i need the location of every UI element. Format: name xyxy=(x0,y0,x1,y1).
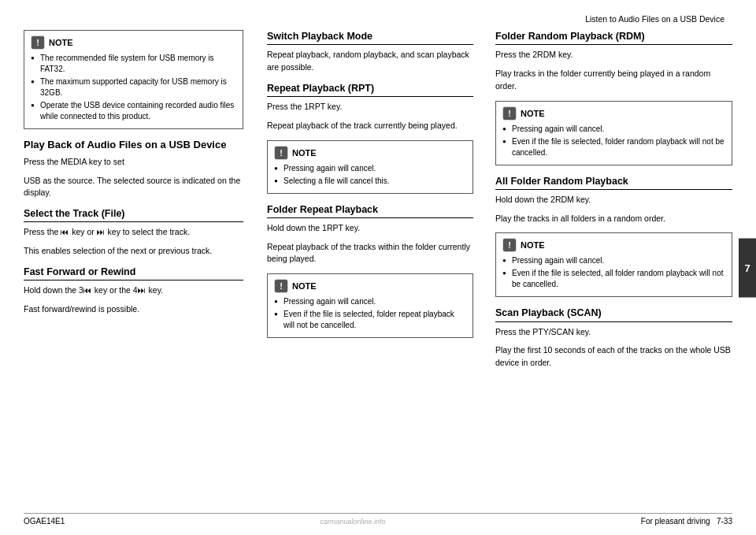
page: Listen to Audio Files on a USB Device ! … xyxy=(0,0,756,535)
note-item: Pressing again will cancel. xyxy=(502,255,725,266)
note-header-right2: ! NOTE xyxy=(502,238,725,252)
footer-watermark: carmanualonline.info xyxy=(321,518,386,526)
note-label-right1: NOTE xyxy=(521,109,545,118)
folder-random-text1: Press the 2RDM key. xyxy=(495,49,732,61)
repeat-playback-heading: Repeat Playback (RPT) xyxy=(267,82,473,97)
select-track-heading: Select the Track (File) xyxy=(24,207,243,222)
note-list-right1: Pressing again will cancel. Even if the … xyxy=(502,124,725,158)
folder-repeat-section: Folder Repeat Playback Hold down the 1RP… xyxy=(267,203,473,266)
note-item: Selecting a file will cancel this. xyxy=(274,176,466,187)
all-folder-random-text2: Play the tracks in all folders in a rand… xyxy=(495,213,732,225)
repeat-playback-text1: Press the 1RPT key. xyxy=(267,101,473,113)
scan-playback-section: Scan Playback (SCAN) Press the PTY/SCAN … xyxy=(495,307,732,370)
note-list-middle1: Pressing again will cancel. Selecting a … xyxy=(274,163,466,187)
note-box-middle1: ! NOTE Pressing again will cancel. Selec… xyxy=(267,140,473,194)
note-icon-left: ! xyxy=(31,35,45,50)
all-folder-random-section: All Folder Random Playback Hold down the… xyxy=(495,175,732,225)
switch-playback-heading: Switch Playback Mode xyxy=(267,30,473,45)
note-icon-right2: ! xyxy=(502,238,517,252)
note-item: Even if the file is selected, all folder… xyxy=(502,268,725,290)
note-box-right1: ! NOTE Pressing again will cancel. Even … xyxy=(495,101,732,165)
svg-text:!: ! xyxy=(508,240,511,250)
chapter-tab: 7 xyxy=(739,238,756,297)
note-label-middle1: NOTE xyxy=(292,148,317,158)
content-area: ! NOTE The recommended file system for U… xyxy=(24,30,732,489)
note-label-right2: NOTE xyxy=(521,240,545,250)
note-list-left: The recommended file system for USB memo… xyxy=(31,53,236,122)
repeat-playback-text2: Repeat playback of the track currently b… xyxy=(267,120,473,132)
svg-text:!: ! xyxy=(280,281,283,291)
folder-random-section: Folder Random Playback (RDM) Press the 2… xyxy=(495,30,732,93)
fast-forward-section: Fast Forward or Rewind Hold down the 3⏮ … xyxy=(24,266,243,316)
note-box-right2: ! NOTE Pressing again will cancel. Even … xyxy=(495,232,732,297)
folder-random-text2: Play tracks in the folder currently bein… xyxy=(495,68,732,93)
note-list-right2: Pressing again will cancel. Even if the … xyxy=(502,255,725,290)
scan-playback-heading: Scan Playback (SCAN) xyxy=(495,307,732,321)
svg-text:!: ! xyxy=(280,148,283,158)
note-icon-middle1: ! xyxy=(274,146,288,160)
note-box-left: ! NOTE The recommended file system for U… xyxy=(24,30,243,129)
svg-text:!: ! xyxy=(508,109,511,118)
play-back-section: Play Back of Audio Files on a USB Device… xyxy=(24,139,243,199)
note-item: The maximum supported capacity for USB m… xyxy=(31,76,236,98)
note-box-middle2: ! NOTE Pressing again will cancel. Even … xyxy=(267,273,473,338)
fast-forward-text2: Fast forward/rewind is possible. xyxy=(24,303,243,316)
note-header-middle2: ! NOTE xyxy=(274,279,466,293)
note-item: Even if the file is selected, folder ran… xyxy=(502,136,725,158)
page-header: Listen to Audio Files on a USB Device xyxy=(24,14,732,24)
all-folder-random-heading: All Folder Random Playback xyxy=(495,175,732,190)
scan-playback-text1: Press the PTY/SCAN key. xyxy=(495,326,732,339)
select-track-text2: This enables selection of the next or pr… xyxy=(24,245,243,258)
note-list-middle2: Pressing again will cancel. Even if the … xyxy=(274,296,466,331)
select-track-section: Select the Track (File) Press the ⏮ key … xyxy=(24,207,243,258)
switch-playback-text1: Repeat playback, random playback, and sc… xyxy=(267,49,473,74)
play-back-heading: Play Back of Audio Files on a USB Device xyxy=(24,139,243,152)
note-header-left: ! NOTE xyxy=(31,35,236,50)
header-title: Listen to Audio Files on a USB Device xyxy=(585,14,724,24)
scan-playback-text2: Play the first 10 seconds of each of the… xyxy=(495,344,732,370)
footer-page: 7-33 xyxy=(717,517,732,526)
folder-repeat-text1: Hold down the 1RPT key. xyxy=(267,222,473,235)
note-header-right1: ! NOTE xyxy=(502,106,725,121)
footer-tagline: For pleasant driving xyxy=(641,517,710,526)
fast-forward-heading: Fast Forward or Rewind xyxy=(24,266,243,281)
note-item: Operate the USB device containing record… xyxy=(31,100,236,122)
right-column: Folder Random Playback (RDM) Press the 2… xyxy=(484,30,732,489)
note-header-middle1: ! NOTE xyxy=(274,146,466,160)
left-column: ! NOTE The recommended file system for U… xyxy=(24,30,256,489)
note-item: Even if the file is selected, folder rep… xyxy=(274,309,466,331)
note-label-middle2: NOTE xyxy=(292,281,317,291)
folder-random-heading: Folder Random Playback (RDM) xyxy=(495,30,732,45)
note-icon-right1: ! xyxy=(502,106,517,121)
switch-playback-section: Switch Playback Mode Repeat playback, ra… xyxy=(267,30,473,74)
note-label-left: NOTE xyxy=(49,38,73,47)
folder-repeat-heading: Folder Repeat Playback xyxy=(267,203,473,218)
note-item: Pressing again will cancel. xyxy=(502,124,725,135)
play-back-text2: USB as the source. The selected source i… xyxy=(24,175,243,200)
middle-column: Switch Playback Mode Repeat playback, ra… xyxy=(256,30,484,489)
note-item: Pressing again will cancel. xyxy=(274,296,466,307)
page-footer: OGAE14E1 carmanualonline.info For pleasa… xyxy=(24,513,732,526)
footer-code: OGAE14E1 xyxy=(24,517,65,526)
select-track-text1: Press the ⏮ key or ⏭ key to select the t… xyxy=(24,226,243,239)
folder-repeat-text2: Repeat playback of the tracks within the… xyxy=(267,241,473,266)
note-item: The recommended file system for USB memo… xyxy=(31,53,236,75)
fast-forward-text1: Hold down the 3⏮ key or the 4⏭ key. xyxy=(24,284,243,297)
repeat-playback-section: Repeat Playback (RPT) Press the 1RPT key… xyxy=(267,82,473,132)
chapter-number: 7 xyxy=(744,262,750,273)
play-back-text1: Press the MEDIA key to set xyxy=(24,156,243,169)
svg-text:!: ! xyxy=(36,38,39,47)
all-folder-random-text1: Hold down the 2RDM key. xyxy=(495,194,732,206)
note-item: Pressing again will cancel. xyxy=(274,163,466,174)
note-icon-middle2: ! xyxy=(274,279,288,293)
footer-right: For pleasant driving 7-33 xyxy=(641,517,732,526)
